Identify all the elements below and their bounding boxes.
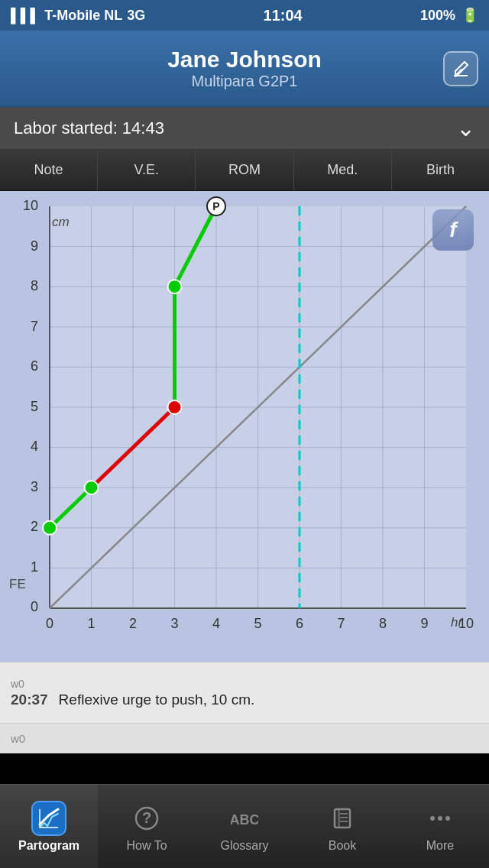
- svg-text:8: 8: [379, 616, 387, 631]
- svg-text:2: 2: [31, 519, 38, 534]
- book-label: Book: [329, 839, 356, 853]
- tab-glossary[interactable]: ABC Glossary: [196, 785, 293, 868]
- status-bar: ▌▌▌ T-Mobile NL 3G 11:04 100% 🔋: [0, 0, 489, 31]
- tab-bar: Partogram ? How To ABC Glossary: [0, 784, 489, 868]
- battery-area: 100% 🔋: [420, 7, 478, 24]
- more-label: More: [426, 839, 454, 853]
- svg-text:3: 3: [31, 479, 38, 494]
- carrier-label: T-Mobile NL: [44, 8, 122, 24]
- note-text: Reflexive urge to push, 10 cm.: [59, 691, 255, 708]
- svg-text:5: 5: [254, 616, 261, 631]
- svg-text:3: 3: [170, 616, 178, 631]
- note-area-2: w0: [0, 723, 489, 753]
- svg-text:4: 4: [212, 616, 220, 631]
- tab-howto[interactable]: ? How To: [98, 785, 196, 868]
- note-button[interactable]: Note: [0, 150, 98, 190]
- network-type: 3G: [127, 8, 145, 24]
- facebook-icon[interactable]: f: [432, 209, 474, 251]
- note-area: w0 20:37 Reflexive urge to push, 10 cm.: [0, 662, 489, 723]
- svg-point-72: [438, 816, 442, 821]
- patient-header: Jane Johnson Multipara G2P1: [0, 31, 489, 107]
- svg-text:1: 1: [31, 559, 38, 575]
- tab-book[interactable]: Book: [293, 785, 391, 868]
- glossary-label: Glossary: [220, 839, 268, 853]
- svg-text:10: 10: [23, 198, 38, 213]
- chart-svg: 10 9 8 7 6 5 4 3 2 1 0 cm FE hr 0 1 2 3 …: [0, 191, 489, 662]
- svg-point-57: [168, 400, 182, 414]
- note2-prefix: w0: [11, 732, 25, 745]
- labor-started-text: Labor started: 14:43: [14, 118, 164, 138]
- howto-icon: ?: [129, 801, 164, 836]
- howto-label: How To: [126, 839, 167, 853]
- svg-text:ABC: ABC: [231, 812, 258, 828]
- carrier-info: ▌▌▌ T-Mobile NL 3G: [11, 8, 145, 24]
- patient-name: Jane Johnson: [167, 47, 322, 73]
- svg-point-71: [430, 816, 435, 821]
- svg-text:9: 9: [31, 238, 38, 254]
- ve-button[interactable]: V.E.: [98, 150, 196, 190]
- svg-text:cm: cm: [52, 215, 70, 229]
- svg-rect-67: [338, 809, 340, 828]
- svg-point-56: [85, 481, 99, 494]
- svg-text:6: 6: [296, 616, 303, 631]
- svg-text:FE: FE: [9, 577, 26, 591]
- glossary-icon: ABC: [227, 801, 262, 836]
- birth-button[interactable]: Birth: [392, 150, 489, 190]
- time-display: 11:04: [264, 7, 303, 24]
- svg-text:0: 0: [31, 599, 38, 614]
- svg-text:4: 4: [31, 439, 38, 454]
- svg-text:5: 5: [31, 399, 38, 414]
- rom-button[interactable]: ROM: [196, 150, 293, 190]
- svg-text:?: ?: [142, 809, 151, 826]
- svg-text:6: 6: [31, 358, 38, 374]
- svg-text:2: 2: [129, 616, 137, 631]
- svg-text:10: 10: [458, 616, 474, 631]
- battery-icon: 🔋: [461, 7, 478, 24]
- svg-point-55: [43, 521, 57, 535]
- svg-text:7: 7: [31, 319, 38, 334]
- svg-rect-66: [335, 809, 350, 828]
- fb-letter: f: [449, 218, 456, 242]
- partogram-label: Partogram: [18, 839, 79, 853]
- book-icon: [325, 801, 360, 836]
- partogram-chart[interactable]: 10 9 8 7 6 5 4 3 2 1 0 cm FE hr 0 1 2 3 …: [0, 191, 489, 662]
- svg-text:8: 8: [31, 278, 38, 293]
- svg-point-73: [445, 816, 450, 821]
- patient-parity: Multipara G2P1: [192, 73, 298, 90]
- more-icon: [423, 801, 458, 836]
- svg-text:1: 1: [87, 616, 95, 631]
- med-button[interactable]: Med.: [294, 150, 392, 190]
- note-time: 20:37: [11, 691, 48, 708]
- svg-text:P: P: [212, 200, 219, 212]
- chevron-down-icon: ⌄: [456, 115, 475, 141]
- note-prefix: w0: [11, 677, 478, 692]
- svg-text:7: 7: [337, 616, 345, 631]
- edit-button[interactable]: [443, 51, 478, 86]
- edit-icon: [451, 59, 471, 79]
- svg-text:9: 9: [420, 616, 428, 631]
- svg-point-58: [168, 280, 182, 293]
- signal-icon: ▌▌▌: [11, 8, 40, 24]
- labor-bar[interactable]: Labor started: 14:43 ⌄: [0, 107, 489, 150]
- action-bar: Note V.E. ROM Med. Birth: [0, 150, 489, 191]
- tab-partogram[interactable]: Partogram: [0, 785, 98, 868]
- svg-text:0: 0: [46, 616, 53, 631]
- tab-more[interactable]: More: [391, 785, 489, 868]
- battery-label: 100%: [420, 8, 455, 24]
- partogram-icon: [31, 801, 66, 836]
